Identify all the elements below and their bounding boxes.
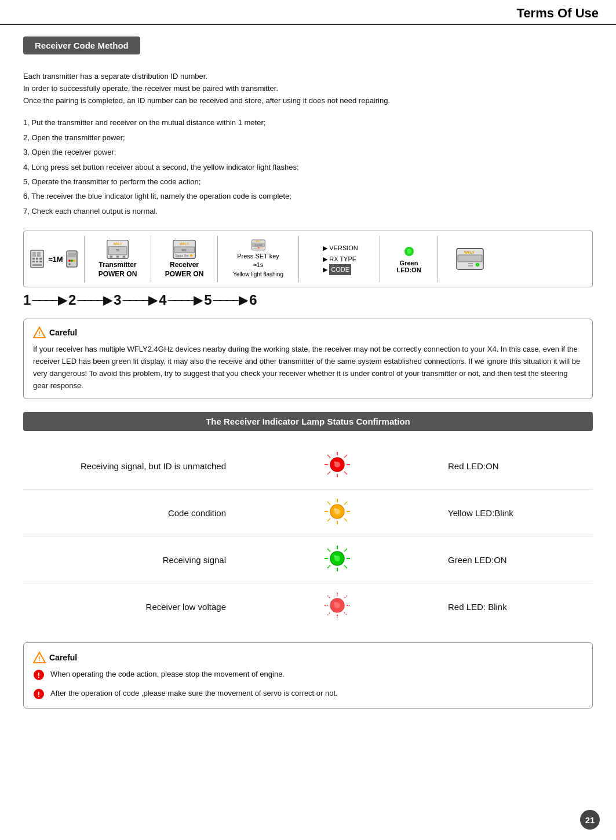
svg-rect-22 xyxy=(123,256,126,258)
tx-power: POWER ON xyxy=(99,270,137,278)
indicator-section: The Receiver Indicator Lamp Status Confi… xyxy=(23,412,593,630)
press-set-device-icon: WFLY ≈1s pressed Status Set xyxy=(244,239,273,251)
svg-line-89 xyxy=(327,612,330,615)
svg-line-76 xyxy=(344,565,347,568)
svg-rect-2 xyxy=(37,252,41,257)
page-header: Terms Of Use xyxy=(0,0,616,25)
rx-type-item: ▶ RX TYPE xyxy=(323,254,358,265)
diagram-row: ≈1M WFLY TX xyxy=(23,231,593,287)
svg-line-75 xyxy=(327,549,330,552)
svg-text:!: ! xyxy=(38,655,41,662)
code-item: ▶ CODE xyxy=(323,264,358,275)
svg-line-86 xyxy=(327,596,330,598)
arrow-step-4: 4 ────▶ xyxy=(156,292,202,308)
svg-point-39 xyxy=(407,249,411,254)
svg-text:Set: Set xyxy=(184,254,189,257)
svg-rect-3 xyxy=(32,258,35,260)
yellow-led-blink-icon xyxy=(322,496,352,527)
intro-line-1: Each transmitter has a separate distribu… xyxy=(23,71,593,83)
svg-line-77 xyxy=(344,549,347,552)
svg-text:Status: Status xyxy=(175,254,183,257)
step-6: 6, The receiver the blue indicator light… xyxy=(23,189,593,203)
svg-rect-21 xyxy=(116,256,119,258)
svg-text:WFLY: WFLY xyxy=(464,250,475,254)
svg-text:WFLY: WFLY xyxy=(113,242,122,246)
receiver-sketch-small xyxy=(65,250,78,268)
diagram-cell-press: WFLY ≈1s pressed Status Set Press SET ke… xyxy=(218,236,299,282)
svg-point-15 xyxy=(73,260,75,262)
svg-text:!: ! xyxy=(38,671,40,680)
indicator-led-2 xyxy=(320,496,355,529)
arrow-row: 1 ────▶ 2 ────▶ 3 ────▶ 4 ────▶ 5 ────▶ … xyxy=(23,292,593,308)
step-1: 1, Put the transmitter and receiver on t… xyxy=(23,116,593,129)
rx-power: POWER ON xyxy=(165,270,204,278)
svg-text:Set: Set xyxy=(257,247,260,249)
arrow-step-1: 1 ────▶ xyxy=(23,292,66,308)
diagram-cell-tx: WFLY TX Transmitter POWER ON xyxy=(85,236,151,282)
arrow-step-5: 5 ────▶ xyxy=(202,292,247,308)
indicator-status-2: Yellow LED:Blink xyxy=(448,508,575,518)
diagram-cell-last: WFLY xyxy=(438,236,502,282)
svg-line-88 xyxy=(344,596,347,598)
indicator-led-3 xyxy=(320,543,355,576)
indicator-led-1 xyxy=(320,450,355,482)
svg-point-92 xyxy=(334,602,336,604)
press-label: Press SET key≈1s xyxy=(237,253,279,268)
diagram-cell-distance: ≈1M xyxy=(24,236,85,282)
indicator-section-title: The Receiver Indicator Lamp Status Confi… xyxy=(23,412,593,431)
red-led-blink-icon xyxy=(322,590,352,620)
svg-rect-5 xyxy=(39,258,42,260)
svg-point-70 xyxy=(334,508,336,510)
svg-text:!: ! xyxy=(38,330,41,337)
indicator-status-3: Green LED:ON xyxy=(448,555,575,565)
careful-title-1: ! Careful xyxy=(33,326,583,339)
step-7: 7, Check each channel output is normal. xyxy=(23,204,593,218)
svg-text:≈1s pressed: ≈1s pressed xyxy=(254,244,263,246)
red-led-on-icon xyxy=(322,450,352,480)
rx-device-icon: WFLY RX Status Set xyxy=(170,239,198,260)
indicator-led-4 xyxy=(320,590,355,623)
indicator-label-4: Receiver low voltage xyxy=(41,602,226,612)
warning-circle-icon-1: ! xyxy=(33,669,45,681)
svg-text:RX: RX xyxy=(182,249,187,252)
svg-rect-1 xyxy=(32,252,36,257)
careful-box-2: ! Careful ! When operating the code acti… xyxy=(23,642,593,708)
warn-row-1: ! When operating the code action, please… xyxy=(33,669,583,681)
svg-rect-20 xyxy=(110,256,113,258)
svg-text:WFLY: WFLY xyxy=(256,241,261,243)
svg-line-53 xyxy=(327,455,330,458)
svg-rect-8 xyxy=(39,261,42,262)
svg-text:!: ! xyxy=(38,690,40,699)
svg-text:WFLY: WFLY xyxy=(180,242,189,246)
section-title: Receiver Code Method xyxy=(23,36,140,54)
arrow-step-6: 6 xyxy=(247,292,257,308)
tx-device-icon: WFLY TX xyxy=(103,239,132,260)
transmitter-sketch xyxy=(30,248,46,270)
svg-text:Status: Status xyxy=(253,247,257,249)
page-title: Terms Of Use xyxy=(517,6,599,20)
indicator-label-1: Receiving signal, but ID is unmatched xyxy=(41,461,226,471)
rx-label: Receiver xyxy=(170,261,199,269)
careful-label-2: Careful xyxy=(49,653,77,662)
step-2: 2, Open the transmitter power; xyxy=(23,131,593,144)
indicator-row-1: Receiving signal, but ID is unmatched xyxy=(23,443,593,490)
svg-line-55 xyxy=(344,455,347,458)
step-4: 4, Long press set button receiver about … xyxy=(23,160,593,174)
svg-line-54 xyxy=(344,472,347,474)
svg-point-44 xyxy=(477,264,479,266)
indicator-label-2: Code condition xyxy=(41,508,226,518)
careful-title-2: ! Careful xyxy=(33,651,583,664)
careful-text-1: If your receiver has multiple WFLY2.4GHz… xyxy=(33,344,583,392)
svg-point-81 xyxy=(334,555,336,557)
final-device-icon: WFLY xyxy=(455,247,484,271)
warning-circle-icon-2: ! xyxy=(33,688,45,700)
indicator-label-3: Receiving signal xyxy=(41,555,226,565)
indicator-row-2: Code condition Yellow LED:Blink xyxy=(23,490,593,536)
green-led-label: GreenLED:ON xyxy=(396,260,421,273)
diagram-cell-green: GreenLED:ON xyxy=(380,236,438,282)
svg-line-56 xyxy=(327,472,330,474)
careful-label-1: Careful xyxy=(49,328,77,337)
diagram-cell-version: ▶ VERSION ▶ RX TYPE ▶ CODE xyxy=(299,236,380,282)
steps-list: 1, Put the transmitter and receiver on t… xyxy=(23,116,593,218)
svg-line-65 xyxy=(344,518,347,521)
